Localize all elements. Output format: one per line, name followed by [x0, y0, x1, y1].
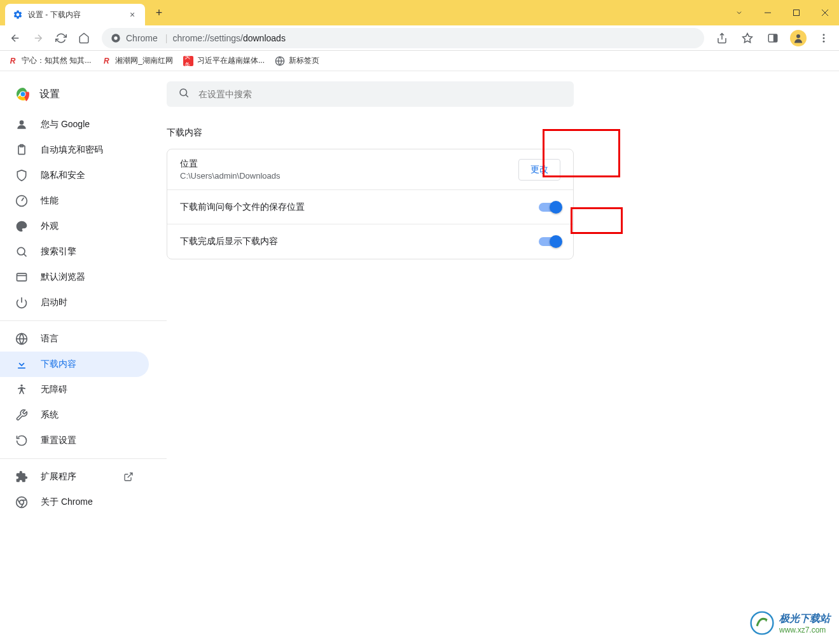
- ask-each-time-toggle[interactable]: [539, 203, 560, 212]
- titlebar: 设置 - 下载内容 × +: [0, 0, 839, 25]
- close-tab-icon[interactable]: ×: [127, 10, 137, 20]
- sidebar-item-about[interactable]: 关于 Chrome: [0, 490, 149, 515]
- address-bar[interactable]: Chrome | chrome://settings/downloads: [102, 28, 704, 48]
- globe-icon: [275, 56, 285, 66]
- svg-point-18: [20, 120, 24, 125]
- ask-each-time-row: 下载前询问每个文件的保存位置: [167, 190, 573, 224]
- maximize-button[interactable]: [782, 0, 810, 25]
- bookmark-favicon: 头条: [183, 56, 193, 66]
- sidebar-item-appearance[interactable]: 外观: [0, 214, 149, 239]
- forward-button[interactable]: [28, 28, 48, 48]
- address-url: chrome://settings/downloads: [172, 33, 285, 43]
- gear-icon: [13, 10, 23, 20]
- clipboard-icon: [15, 144, 28, 156]
- svg-point-5: [114, 36, 117, 39]
- sidebar: 设置 您与 Google 自动填充和密码 隐私和安全 性能 外观 搜索引擎 默认…: [0, 71, 167, 644]
- watermark-text-url: www.xz7.com: [779, 626, 830, 634]
- browser-tab[interactable]: 设置 - 下载内容 ×: [5, 4, 145, 25]
- svg-point-28: [20, 385, 22, 387]
- speedometer-icon: [15, 195, 28, 207]
- sidebar-item-performance[interactable]: 性能: [0, 188, 149, 214]
- sidebar-item-extensions[interactable]: 扩展程序: [0, 464, 149, 490]
- download-location-row: 位置 C:\Users\admin\Downloads 更改: [167, 149, 573, 190]
- bookmark-favicon: R: [8, 56, 18, 66]
- chrome-logo-icon: [15, 86, 31, 102]
- chrome-outline-icon: [15, 496, 28, 509]
- svg-rect-23: [17, 273, 27, 281]
- sidebar-item-autofill[interactable]: 自动填充和密码: [0, 137, 149, 163]
- svg-point-12: [823, 40, 825, 42]
- share-icon[interactable]: [712, 28, 732, 48]
- star-icon[interactable]: [737, 28, 758, 48]
- svg-point-11: [823, 37, 825, 39]
- menu-dots-icon[interactable]: [814, 28, 834, 48]
- sidebar-item-system[interactable]: 系统: [0, 402, 149, 428]
- wrench-icon: [15, 409, 28, 421]
- downloads-card: 位置 C:\Users\admin\Downloads 更改 下载前询问每个文件…: [167, 149, 574, 259]
- power-icon: [15, 296, 28, 309]
- shield-icon: [15, 169, 28, 182]
- download-icon: [15, 358, 28, 371]
- sidebar-item-downloads[interactable]: 下载内容: [0, 352, 149, 377]
- person-icon: [15, 118, 28, 131]
- home-button[interactable]: [74, 28, 94, 48]
- external-link-icon: [123, 472, 134, 482]
- svg-rect-1: [793, 10, 799, 16]
- profile-avatar[interactable]: [788, 28, 808, 48]
- address-protocol: Chrome: [126, 33, 158, 43]
- tab-title: 设置 - 下载内容: [28, 10, 127, 20]
- accessibility-icon: [15, 383, 28, 396]
- show-after-download-toggle[interactable]: [539, 237, 560, 246]
- watermark-text-cn: 极光下载站: [779, 612, 830, 626]
- sidebar-item-accessibility[interactable]: 无障碍: [0, 377, 149, 402]
- toolbar: Chrome | chrome://settings/downloads: [0, 25, 839, 51]
- sidebar-item-default-browser[interactable]: 默认浏览器: [0, 264, 149, 290]
- bookmark-item[interactable]: R宁心：知其然 知其...: [8, 55, 91, 66]
- sidebar-item-search-engine[interactable]: 搜索引擎: [0, 239, 149, 264]
- restore-icon: [15, 434, 28, 447]
- svg-point-21: [17, 247, 25, 255]
- watermark: 极光下载站 www.xz7.com: [750, 611, 830, 635]
- bookmark-item[interactable]: 新标签页: [275, 55, 319, 66]
- globe-icon: [15, 332, 28, 345]
- show-after-download-row: 下载完成后显示下载内容: [167, 224, 573, 259]
- bookmark-item[interactable]: R湘潮网_湖南红网: [101, 55, 173, 66]
- back-button[interactable]: [5, 28, 25, 48]
- minimize-button[interactable]: [753, 0, 782, 25]
- location-label: 位置: [180, 158, 518, 170]
- puzzle-icon: [15, 470, 28, 483]
- sidebar-item-languages[interactable]: 语言: [0, 326, 149, 352]
- window-controls: [725, 0, 839, 25]
- sidepanel-icon[interactable]: [763, 28, 783, 48]
- svg-line-22: [24, 254, 26, 256]
- svg-point-9: [796, 34, 800, 38]
- svg-point-34: [180, 89, 187, 96]
- search-icon: [15, 245, 28, 258]
- sidebar-item-on-startup[interactable]: 启动时: [0, 290, 149, 315]
- palette-icon: [15, 220, 28, 233]
- sidebar-item-reset[interactable]: 重置设置: [0, 428, 149, 453]
- settings-search[interactable]: [167, 81, 574, 107]
- sidebar-item-you-and-google[interactable]: 您与 Google: [0, 112, 149, 137]
- show-after-download-label: 下载完成后显示下载内容: [180, 236, 278, 247]
- watermark-logo-icon: [750, 611, 774, 635]
- svg-point-10: [823, 34, 825, 36]
- change-location-button[interactable]: 更改: [518, 159, 560, 181]
- svg-line-35: [186, 95, 188, 97]
- chevron-down-icon[interactable]: [725, 0, 753, 25]
- ask-each-time-label: 下载前询问每个文件的保存位置: [180, 202, 305, 213]
- settings-title: 设置: [39, 88, 60, 101]
- sidebar-item-privacy[interactable]: 隐私和安全: [0, 163, 149, 188]
- main-panel: 下载内容 位置 C:\Users\admin\Downloads 更改 下载前询…: [167, 71, 839, 644]
- close-window-button[interactable]: [810, 0, 839, 25]
- browser-icon: [15, 271, 28, 284]
- new-tab-button[interactable]: +: [150, 4, 168, 22]
- reload-button[interactable]: [51, 28, 71, 48]
- bookmarks-bar: R宁心：知其然 知其... R湘潮网_湖南红网 头条习近平在越南媒体... 新标…: [0, 51, 839, 71]
- settings-search-input[interactable]: [198, 89, 562, 99]
- svg-point-17: [21, 92, 25, 97]
- settings-brand: 设置: [0, 81, 167, 112]
- bookmark-item[interactable]: 头条习近平在越南媒体...: [183, 55, 265, 66]
- svg-point-36: [751, 612, 773, 634]
- search-icon: [178, 87, 190, 101]
